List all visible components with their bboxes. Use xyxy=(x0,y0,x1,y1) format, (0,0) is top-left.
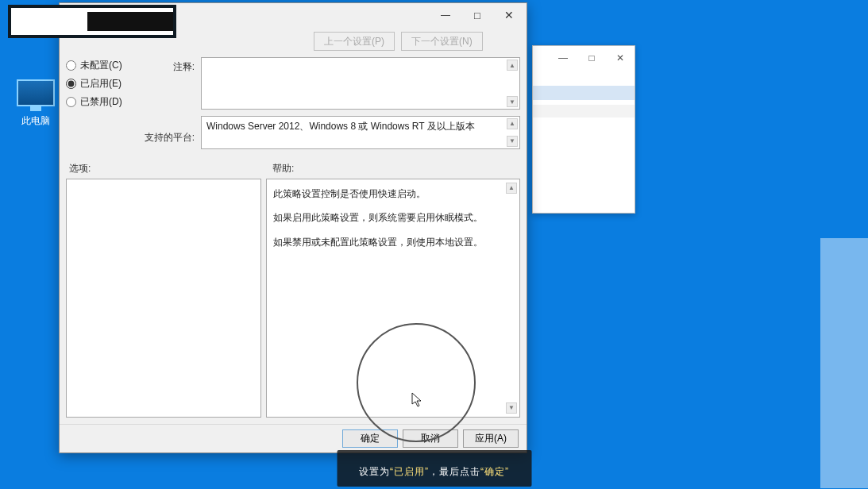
config-row: 未配置(C) 已启用(E) 已禁用(D) 注释: 支持的平台: ▲ ▼ xyxy=(60,56,527,154)
help-text-1: 此策略设置控制是否使用快速启动。 xyxy=(273,186,503,202)
scroll-down-icon[interactable]: ▼ xyxy=(507,96,518,107)
radio-enabled-input[interactable] xyxy=(66,79,76,89)
body-row: 此策略设置控制是否使用快速启动。 如果启用此策略设置，则系统需要启用休眠模式。 … xyxy=(60,179,527,424)
prev-setting-button[interactable]: 上一个设置(P) xyxy=(314,32,395,51)
fields-column: ▲ ▼ Windows Server 2012、Windows 8 或 Wind… xyxy=(201,57,520,149)
radio-not-configured[interactable]: 未配置(C) xyxy=(66,59,137,72)
video-caption: 设置为“已启用”，最后点击“确定” xyxy=(337,450,531,487)
radio-not-configured-input[interactable] xyxy=(66,60,76,71)
back-maximize-button[interactable]: □ xyxy=(577,46,606,70)
radio-enabled[interactable]: 已启用(E) xyxy=(66,77,137,90)
comment-scrollbar[interactable]: ▲ ▼ xyxy=(507,60,518,107)
desktop-icon-label: 此电脑 xyxy=(12,114,60,128)
help-text-3: 如果禁用或未配置此策略设置，则使用本地设置。 xyxy=(273,234,503,250)
supported-label: 支持的平台: xyxy=(145,131,195,144)
apply-button[interactable]: 应用(A) xyxy=(463,429,519,448)
radio-disabled[interactable]: 已禁用(D) xyxy=(66,95,137,109)
supported-scrollbar[interactable]: ▲ ▼ xyxy=(507,118,518,147)
radio-disabled-label: 已禁用(D) xyxy=(80,95,122,109)
help-text-2: 如果启用此策略设置，则系统需要启用休眠模式。 xyxy=(273,210,503,225)
dialog-footer: 确定 取消 应用(A) xyxy=(60,424,527,452)
monitor-icon xyxy=(17,79,55,106)
background-window-titlebar: — □ ✕ xyxy=(533,46,635,70)
help-pane: 此策略设置控制是否使用快速启动。 如果启用此策略设置，则系统需要启用休眠模式。 … xyxy=(266,179,520,418)
minimize-button[interactable]: — xyxy=(430,4,461,26)
cancel-button[interactable]: 取消 xyxy=(403,429,458,448)
radio-enabled-label: 已启用(E) xyxy=(80,77,122,90)
radio-disabled-input[interactable] xyxy=(66,97,76,107)
maximize-button[interactable]: □ xyxy=(461,4,493,26)
mid-labels: 注释: 支持的平台: xyxy=(142,57,196,149)
radio-group: 未配置(C) 已启用(E) 已禁用(D) xyxy=(66,57,137,149)
scroll-up-icon[interactable]: ▲ xyxy=(507,118,518,129)
background-window: — □ ✕ xyxy=(532,45,635,214)
caption-quote-2: “确定” xyxy=(480,466,509,477)
supported-textbox: Windows Server 2012、Windows 8 或 Windows … xyxy=(201,116,520,149)
radio-not-configured-label: 未配置(C) xyxy=(80,59,122,72)
back-minimize-button[interactable]: — xyxy=(549,46,577,70)
background-selected-row xyxy=(533,86,635,100)
back-close-button[interactable]: ✕ xyxy=(606,46,635,70)
help-scrollbar[interactable]: ▲ ▼ xyxy=(506,183,517,414)
close-button[interactable]: ✕ xyxy=(493,4,525,26)
caption-text-1: 设置为 xyxy=(359,466,390,477)
background-row xyxy=(533,105,635,117)
comment-label: 注释: xyxy=(173,60,195,74)
help-label: 帮助: xyxy=(272,162,294,175)
supported-value: Windows Server 2012、Windows 8 或 Windows … xyxy=(206,121,475,132)
policy-dialog: — □ ✕ 上一个设置(P) 下一个设置(N) 未配置(C) 已启用(E) 已禁… xyxy=(59,2,527,453)
censored-region xyxy=(8,5,176,38)
caption-text-2: ，最后点击 xyxy=(429,466,480,477)
section-labels: 选项: 帮助: xyxy=(60,154,527,179)
scroll-down-icon[interactable]: ▼ xyxy=(507,136,518,147)
options-label: 选项: xyxy=(69,162,257,175)
ok-button[interactable]: 确定 xyxy=(342,429,398,448)
censor-bar xyxy=(87,12,173,31)
comment-textbox[interactable]: ▲ ▼ xyxy=(201,57,520,110)
caption-quote-1: “已启用” xyxy=(390,466,429,477)
desktop-icon-this-pc[interactable]: 此电脑 xyxy=(12,79,60,128)
next-setting-button[interactable]: 下一个设置(N) xyxy=(401,32,483,51)
scroll-down-icon[interactable]: ▼ xyxy=(506,402,517,414)
scroll-up-icon[interactable]: ▲ xyxy=(506,183,517,194)
scroll-up-icon[interactable]: ▲ xyxy=(507,60,518,71)
options-pane[interactable] xyxy=(66,179,261,418)
desktop-peek-edge xyxy=(820,238,868,488)
